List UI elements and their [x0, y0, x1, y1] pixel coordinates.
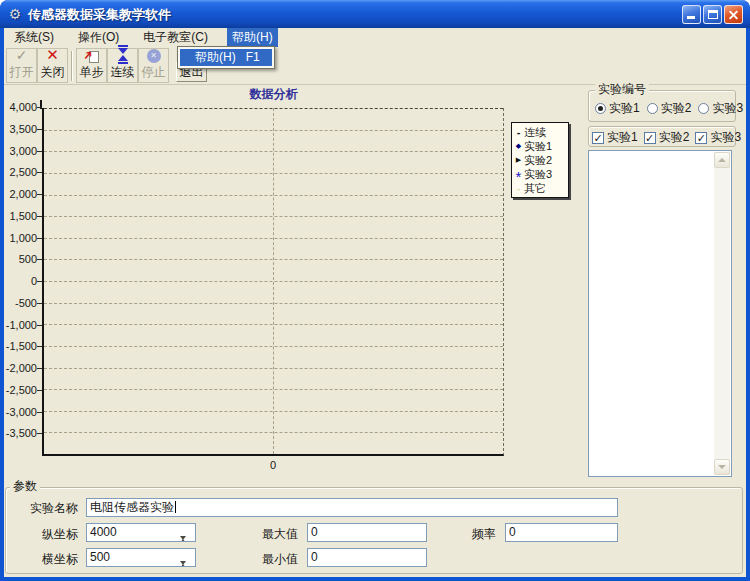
- plot-area: [42, 108, 504, 456]
- help-dropdown-menu: 帮助(H)F1: [177, 46, 275, 69]
- chart-title: 数据分析: [42, 86, 505, 103]
- y-tick-label: 500: [0, 253, 37, 266]
- stop-button[interactable]: ✕ 停止: [138, 48, 169, 83]
- experiment-name-field[interactable]: 电阻传感器实验: [86, 498, 618, 517]
- y-tick-label: 2,500: [0, 166, 37, 179]
- arrow-down-icon: [180, 536, 186, 542]
- toolbar: ✓ 打开 ✕ 关闭 ➔ 单步 连续 ✕ 停止 退出: [4, 46, 746, 85]
- text-caret: [175, 501, 176, 513]
- scroll-down-button[interactable]: [714, 459, 730, 475]
- radio-dot-icon: [595, 103, 606, 114]
- minimize-button[interactable]: [682, 5, 701, 24]
- y-tick-label: 3,500: [0, 123, 37, 136]
- min-value-label: 最小值: [250, 552, 298, 566]
- frequency-label: 频率: [448, 527, 496, 541]
- chart-legend: -连续 ◆实验1 ▶实验2 *实验3 -其它: [511, 122, 569, 198]
- experiment-name-label: 实验名称: [30, 501, 78, 515]
- arrow-up-icon: [718, 158, 726, 162]
- dash-marker-icon: -: [514, 125, 523, 139]
- y-scale-field[interactable]: 4000: [86, 523, 196, 542]
- frequency-field[interactable]: 0: [505, 523, 618, 542]
- dropdown-shortcut: F1: [246, 50, 260, 64]
- toolbar-separator: [71, 51, 73, 81]
- y-tick-label: 3,000: [0, 145, 37, 158]
- y-tick-label: -1,000: [0, 319, 37, 332]
- app-window: ⚙ 传感器数据采集教学软件 系统(S) 操作(O) 电子教室(C) 帮助(H) …: [0, 0, 750, 581]
- experiment-number-group-title: 实验编号: [595, 83, 649, 96]
- scroll-up-button[interactable]: [714, 152, 730, 168]
- asterisk-marker-icon: *: [514, 173, 523, 181]
- checkmark-icon: ✓: [695, 132, 707, 144]
- spin-down-button[interactable]: [180, 565, 194, 567]
- legend-item: -连续: [514, 125, 568, 139]
- menu-item-help[interactable]: 帮助(H): [227, 28, 278, 47]
- legend-item: ◆实验1: [514, 139, 568, 153]
- radio-experiment-2[interactable]: 实验2: [647, 100, 692, 117]
- checkbox-experiment-1[interactable]: ✓实验1: [592, 129, 638, 146]
- min-value-field[interactable]: 0: [307, 548, 427, 567]
- legend-item: -其它: [514, 181, 568, 195]
- x-scale-spinner: [180, 550, 194, 565]
- maximize-button[interactable]: [703, 5, 722, 24]
- step-page-icon: ➔: [83, 49, 100, 63]
- menu-item-system[interactable]: 系统(S): [9, 28, 59, 47]
- legend-item: ▶实验2: [514, 153, 568, 167]
- listbox-scrollbar[interactable]: [714, 152, 730, 475]
- radio-dot-icon: [698, 103, 709, 114]
- y-tick-label: 0: [0, 275, 37, 288]
- radio-experiment-1[interactable]: 实验1: [595, 100, 640, 117]
- max-value-label: 最大值: [250, 527, 298, 541]
- experiment-radio-row: 实验1 实验2 实验3: [595, 100, 743, 117]
- open-button[interactable]: ✓ 打开: [6, 48, 37, 83]
- radio-dot-icon: [647, 103, 658, 114]
- close-button[interactable]: [724, 5, 743, 24]
- zero-gridline: [273, 108, 274, 454]
- close-file-button[interactable]: ✕ 关闭: [37, 48, 68, 83]
- y-tick-label: 4,000: [0, 101, 37, 114]
- menu-bar: 系统(S) 操作(O) 电子教室(C) 帮助(H): [4, 29, 746, 46]
- legend-item: *实验3: [514, 167, 568, 181]
- single-step-button[interactable]: ➔ 单步: [76, 48, 107, 83]
- x-scale-label: 横坐标: [30, 552, 78, 566]
- checkmark-icon: ✓: [592, 132, 604, 144]
- y-tick-label: 2,000: [0, 188, 37, 201]
- y-tick-label: -2,000: [0, 362, 37, 375]
- check-icon: ✓: [13, 47, 30, 63]
- y-tick-label: -3,000: [0, 406, 37, 419]
- y-tick-label: 1,500: [0, 210, 37, 223]
- params-group-title: 参数: [10, 480, 40, 493]
- stop-circle-icon: ✕: [145, 49, 162, 63]
- checkmark-icon: ✓: [644, 132, 656, 144]
- diamond-marker-icon: ◆: [514, 139, 523, 153]
- y-tick-label: -500: [0, 297, 37, 310]
- experiment-listbox[interactable]: [588, 150, 732, 477]
- menu-item-classroom[interactable]: 电子教室(C): [138, 28, 213, 47]
- window-title: 传感器数据采集教学软件: [28, 6, 171, 24]
- arrow-down-icon: [180, 561, 186, 567]
- minimize-icon: [687, 16, 695, 19]
- radio-experiment-3[interactable]: 实验3: [698, 100, 743, 117]
- experiment-checkbox-row: ✓实验1 ✓实验2 ✓实验3: [592, 129, 741, 146]
- y-scale-label: 纵坐标: [30, 527, 78, 541]
- y-tick-label: -2,500: [0, 384, 37, 397]
- x-scale-field[interactable]: 500: [86, 548, 196, 567]
- y-tick-label: -1,500: [0, 340, 37, 353]
- red-x-icon: ✕: [44, 46, 61, 63]
- continuous-button[interactable]: 连续: [107, 48, 138, 83]
- hourglass-icon: [114, 46, 131, 63]
- title-bar[interactable]: ⚙ 传感器数据采集教学软件: [0, 0, 750, 28]
- checkbox-experiment-3[interactable]: ✓实验3: [695, 129, 741, 146]
- arrow-down-icon: [718, 465, 726, 469]
- max-value-field[interactable]: 0: [307, 523, 427, 542]
- dropdown-item-help[interactable]: 帮助(H)F1: [180, 49, 272, 66]
- triangle-marker-icon: ▶: [514, 153, 523, 167]
- y-tick-label: 1,000: [0, 232, 37, 245]
- y-tick-label: -3,500: [0, 427, 37, 440]
- gear-app-icon: ⚙: [7, 6, 23, 22]
- checkbox-experiment-2[interactable]: ✓实验2: [644, 129, 690, 146]
- maximize-icon: [708, 10, 718, 19]
- spin-down-button[interactable]: [180, 540, 194, 542]
- y-scale-spinner: [180, 525, 194, 540]
- x-tick-label: 0: [266, 459, 280, 471]
